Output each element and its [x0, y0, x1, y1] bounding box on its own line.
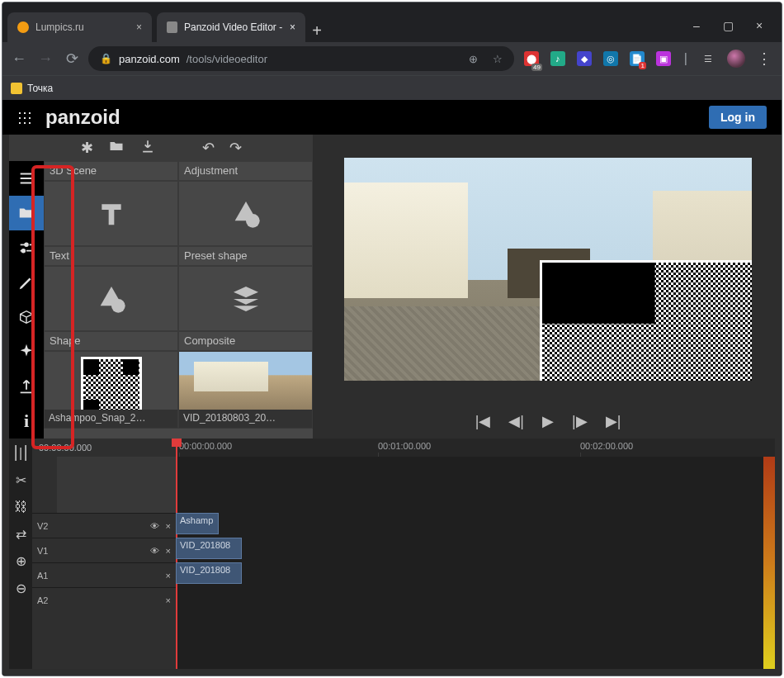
redo-icon[interactable]: ↷ — [229, 139, 242, 157]
menu-icon[interactable]: ⋮ — [757, 50, 772, 68]
close-icon[interactable]: × — [166, 595, 171, 605]
svg-point-2 — [246, 214, 260, 228]
extension-icon[interactable]: 📄1 — [630, 51, 645, 66]
step-fwd-icon[interactable]: |▶ — [572, 412, 588, 430]
export-icon[interactable] — [9, 369, 44, 404]
clip[interactable]: VID_201808 — [176, 562, 242, 584]
profile-avatar[interactable] — [727, 50, 745, 68]
extension-icon[interactable]: ◆ — [577, 51, 592, 66]
info-icon[interactable]: i — [9, 404, 44, 439]
apps-grid-icon[interactable] — [17, 111, 31, 124]
cut-icon[interactable]: ✂ — [16, 472, 26, 488]
bookmark-item[interactable]: Точка — [27, 83, 53, 94]
open-folder-icon[interactable] — [108, 138, 125, 159]
track-header[interactable]: A2× — [32, 587, 176, 612]
panel-card-shape[interactable] — [44, 266, 178, 331]
panel-card-label: Shape — [44, 331, 178, 351]
install-icon[interactable]: ⊕ — [469, 53, 478, 65]
preview-panel: |◀ ◀| ▶ |▶ ▶| — [321, 135, 775, 439]
close-icon[interactable]: × — [290, 21, 295, 33]
minimize-icon[interactable]: – — [691, 19, 702, 32]
svg-point-0 — [25, 244, 28, 247]
menu-icon[interactable] — [9, 161, 44, 196]
maximize-icon[interactable]: ▢ — [722, 19, 734, 32]
new-tab-button[interactable]: + — [305, 19, 328, 42]
back-button[interactable]: ← — [9, 50, 29, 68]
media-thumb[interactable]: Ashampoo_Snap_2… — [44, 351, 178, 429]
timecode-current: 00:00:00.000 — [32, 439, 176, 457]
preview-viewport[interactable] — [344, 158, 752, 381]
track-content[interactable]: Ashamp VID_201808 VID_201808 — [176, 457, 763, 669]
folder-icon[interactable] — [9, 196, 44, 230]
clip[interactable]: VID_201808 — [176, 538, 242, 559]
browser-tab-inactive[interactable]: Lumpics.ru × — [7, 12, 152, 42]
panel-card-text[interactable] — [44, 181, 178, 246]
panel-card-label[interactable]: Adjustment — [178, 161, 313, 181]
forward-button[interactable]: → — [35, 50, 55, 68]
brand-logo[interactable]: panzoid — [45, 106, 120, 129]
browser-window: Lumpics.ru × Panzoid Video Editor - Edit… — [2, 2, 782, 676]
close-icon[interactable]: × — [753, 19, 765, 32]
track-headers: V2👁× V1👁× A1× A2× — [32, 457, 176, 669]
split-icon[interactable]: ⎮|⎮ — [12, 445, 29, 461]
new-icon[interactable]: ✱ — [81, 139, 93, 157]
zoom-out-icon[interactable]: ⊖ — [16, 581, 26, 596]
timeline: ⎮|⎮ ✂ ⛓ ⇄ ⊕ ⊖ 00:00:00.000 00:00:00.000 … — [9, 439, 775, 669]
snap-icon[interactable]: ⇄ — [16, 526, 26, 542]
track-header[interactable]: V1👁× — [32, 538, 176, 562]
ruler-tick: 00:00:00.000 — [179, 441, 232, 451]
timeline-ruler[interactable]: 00:00:00.000 00:00:00.000 00:01:00.000 0… — [32, 439, 775, 457]
close-icon[interactable]: × — [166, 571, 171, 581]
visibility-icon[interactable]: 👁 — [150, 521, 159, 531]
extension-icon[interactable]: ♪ — [550, 51, 565, 66]
skip-start-icon[interactable]: |◀ — [475, 412, 491, 430]
panel-card-preset-shape[interactable] — [178, 181, 313, 246]
download-icon[interactable] — [139, 138, 156, 159]
panel-toolbar: ✱ ↶ ↷ — [9, 135, 313, 161]
svg-point-1 — [22, 249, 26, 253]
effects-icon[interactable] — [9, 334, 44, 369]
favicon-icon — [167, 21, 177, 33]
asset-panel: 3D Scene Adjustment Text Preset shape — [44, 161, 313, 439]
play-icon[interactable]: ▶ — [542, 412, 554, 430]
reading-list-icon[interactable]: ☰ — [701, 51, 716, 66]
star-icon[interactable]: ☆ — [493, 53, 503, 65]
skip-end-icon[interactable]: ▶| — [606, 412, 621, 430]
step-back-icon[interactable]: ◀| — [508, 412, 524, 430]
sliders-icon[interactable] — [9, 230, 44, 265]
qr-overlay-icon — [540, 260, 752, 381]
media-thumb[interactable]: VID_20180803_20… — [178, 351, 313, 429]
extension-icon[interactable]: ◎ — [603, 51, 618, 66]
track-header[interactable]: A1× — [32, 562, 176, 587]
close-icon[interactable]: × — [166, 521, 171, 531]
track-header[interactable]: V2👁× — [32, 513, 176, 538]
extension-icon[interactable]: ▣ — [656, 51, 671, 66]
undo-icon[interactable]: ↶ — [202, 139, 215, 157]
pencil-icon[interactable] — [9, 265, 44, 300]
browser-tab-active[interactable]: Panzoid Video Editor - Edit Videos × — [157, 12, 305, 42]
tracks: V2👁× V1👁× A1× A2× Ashamp VID_201808 VID_… — [32, 457, 775, 669]
timeline-main: 00:00:00.000 00:00:00.000 00:01:00.000 0… — [32, 439, 775, 669]
url-field[interactable]: 🔒 panzoid.com/tools/videoeditor ⊕ ☆ — [88, 46, 514, 71]
upper-section: ✱ ↶ ↷ — [9, 135, 775, 439]
left-split: i 3D Scene Adjustment — [9, 161, 313, 439]
reload-button[interactable]: ⟳ — [62, 50, 82, 68]
qr-thumb-icon — [81, 357, 142, 418]
login-button[interactable]: Log in — [709, 106, 767, 129]
bookmarks-bar: Точка — [2, 75, 782, 100]
app: panzoid Log in ✱ ↶ ↷ — [2, 100, 782, 676]
extension-icon[interactable]: ⬤49 — [524, 51, 539, 66]
visibility-icon[interactable]: 👁 — [150, 546, 159, 556]
tab-title: Panzoid Video Editor - Edit Videos — [184, 21, 283, 33]
close-icon[interactable]: × — [166, 546, 171, 556]
link-icon[interactable]: ⛓ — [14, 500, 27, 514]
left-sidebar: i — [9, 161, 44, 439]
zoom-in-icon[interactable]: ⊕ — [16, 553, 26, 569]
building-shape — [344, 183, 468, 298]
cube-icon[interactable] — [9, 300, 44, 334]
favicon-icon — [17, 21, 29, 33]
panel-card-composite[interactable] — [178, 266, 313, 331]
panel-card-label[interactable]: 3D Scene — [44, 161, 178, 181]
clip[interactable]: Ashamp — [176, 513, 219, 534]
close-icon[interactable]: × — [136, 21, 142, 33]
